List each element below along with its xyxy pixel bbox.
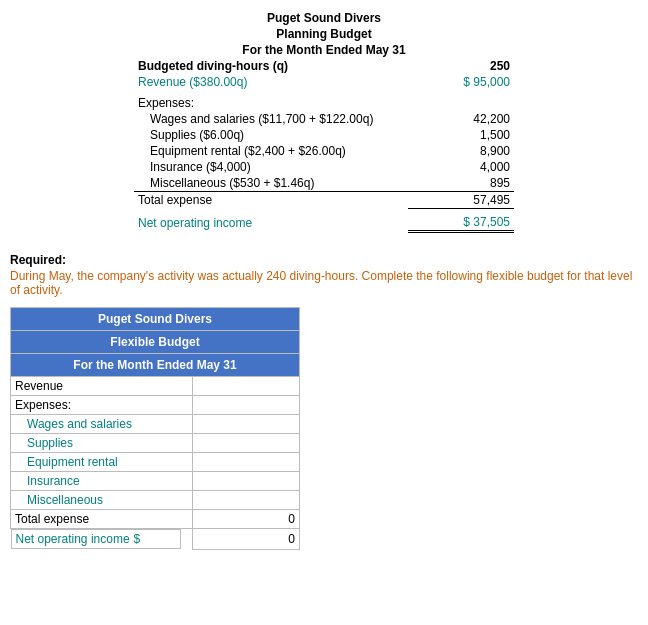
flex-equipment-input[interactable] bbox=[197, 455, 295, 469]
flex-wages-input[interactable] bbox=[197, 417, 295, 431]
flex-insurance-input[interactable] bbox=[197, 474, 295, 488]
flex-net-income-label: Net operating income $ bbox=[11, 529, 181, 549]
planning-title-line3: For the Month Ended May 31 bbox=[134, 42, 514, 58]
net-income-label: Net operating income bbox=[134, 209, 408, 232]
flex-supplies-label: Supplies bbox=[11, 434, 193, 453]
flex-equipment-input-cell[interactable] bbox=[193, 453, 300, 472]
budgeted-value: 250 bbox=[408, 58, 514, 74]
flex-equipment-label: Equipment rental bbox=[11, 453, 193, 472]
wages-label: Wages and salaries ($11,700 + $122.00q) bbox=[134, 111, 408, 127]
flex-total-value: 0 bbox=[193, 510, 300, 529]
flex-supplies-input-cell[interactable] bbox=[193, 434, 300, 453]
flex-title-line3: For the Month Ended May 31 bbox=[11, 354, 300, 377]
revenue-label: Revenue ($380.00q) bbox=[134, 74, 408, 90]
flex-net-income-value: 0 bbox=[193, 529, 300, 550]
flexible-budget-table: Puget Sound Divers Flexible Budget For t… bbox=[10, 307, 300, 550]
flex-insurance-label: Insurance bbox=[11, 472, 193, 491]
flexible-budget-wrapper: Puget Sound Divers Flexible Budget For t… bbox=[10, 307, 300, 550]
flex-revenue-input-cell[interactable] bbox=[193, 377, 300, 396]
equipment-label: Equipment rental ($2,400 + $26.00q) bbox=[134, 143, 408, 159]
wages-value: 42,200 bbox=[408, 111, 514, 127]
flex-wages-label: Wages and salaries bbox=[11, 415, 193, 434]
insurance-label: Insurance ($4,000) bbox=[134, 159, 408, 175]
misc-value: 895 bbox=[408, 175, 514, 192]
required-text: During May, the company's activity was a… bbox=[10, 269, 638, 297]
planning-title-line1: Puget Sound Divers bbox=[134, 10, 514, 26]
misc-label: Miscellaneous ($530 + $1.46q) bbox=[134, 175, 408, 192]
revenue-value: $ 95,000 bbox=[408, 74, 514, 90]
expenses-label: Expenses: bbox=[134, 90, 408, 111]
flex-insurance-input-cell[interactable] bbox=[193, 472, 300, 491]
flex-misc-input-cell[interactable] bbox=[193, 491, 300, 510]
total-expense-value: 57,495 bbox=[408, 192, 514, 209]
flex-wages-input-cell[interactable] bbox=[193, 415, 300, 434]
total-expense-label: Total expense bbox=[134, 192, 408, 209]
flex-supplies-input[interactable] bbox=[197, 436, 295, 450]
flex-dollar-sign: $ bbox=[134, 532, 141, 546]
supplies-label: Supplies ($6.00q) bbox=[134, 127, 408, 143]
flex-misc-label: Miscellaneous bbox=[11, 491, 193, 510]
required-section: Required: During May, the company's acti… bbox=[10, 253, 638, 297]
flex-title-line1: Puget Sound Divers bbox=[11, 308, 300, 331]
budgeted-label: Budgeted diving-hours (q) bbox=[134, 58, 408, 74]
planning-title-line2: Planning Budget bbox=[134, 26, 514, 42]
equipment-value: 8,900 bbox=[408, 143, 514, 159]
net-income-value: $ 37,505 bbox=[408, 209, 514, 232]
flex-expenses-label: Expenses: bbox=[11, 396, 193, 415]
flex-title-line2: Flexible Budget bbox=[11, 331, 300, 354]
supplies-value: 1,500 bbox=[408, 127, 514, 143]
insurance-value: 4,000 bbox=[408, 159, 514, 175]
flex-revenue-input[interactable] bbox=[197, 379, 295, 393]
flex-total-label: Total expense bbox=[11, 510, 193, 529]
required-label: Required: bbox=[10, 253, 66, 267]
flex-net-income-text: Net operating income bbox=[16, 532, 130, 546]
flex-revenue-label: Revenue bbox=[11, 377, 193, 396]
flex-misc-input[interactable] bbox=[197, 493, 295, 507]
planning-budget-table: Puget Sound Divers Planning Budget For t… bbox=[134, 10, 514, 233]
